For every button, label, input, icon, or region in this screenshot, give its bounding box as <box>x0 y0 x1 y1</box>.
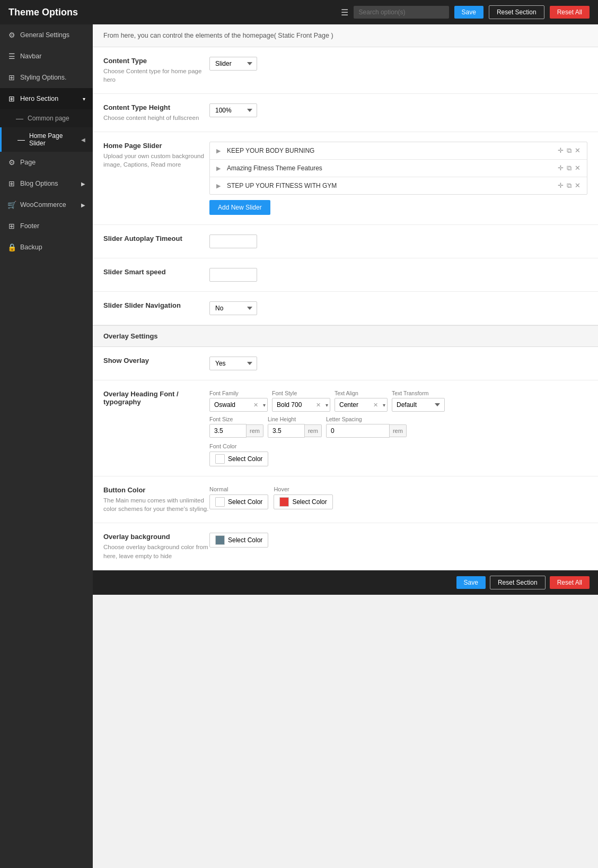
font-color-label: Font Color <box>209 443 587 449</box>
slider-navigation-select[interactable]: No Yes <box>209 301 257 315</box>
sidebar-item-styling-options[interactable]: ⊞ Styling Options. <box>0 67 93 88</box>
header-save-button[interactable]: Save <box>454 6 483 19</box>
normal-color-swatch <box>215 497 225 507</box>
slider-autoplay-label-col: Slider Autoplay Timeout <box>103 235 209 245</box>
font-family-clear-icon[interactable]: ✕ <box>253 402 258 409</box>
slider-delete-icon-2[interactable]: ✕ <box>575 181 581 190</box>
footer-save-button[interactable]: Save <box>456 576 486 589</box>
arrow-icon: ◀ <box>81 137 85 143</box>
button-color-desc: The Main menu comes with unlimited color… <box>103 496 209 513</box>
footer-icon: ⊞ <box>7 222 16 230</box>
slider-item-2: ▶ STEP UP YOUR FITNESS WITH GYM ✛ ⧉ ✕ <box>210 177 587 194</box>
sidebar-item-blog-options[interactable]: ⊞ Blog Options ▶ <box>0 173 93 194</box>
show-overlay-select[interactable]: Yes No <box>209 357 257 370</box>
add-new-slider-button[interactable]: Add New Slider <box>209 200 270 215</box>
menu-icon[interactable]: ☰ <box>341 7 348 18</box>
sidebar-item-page[interactable]: ⚙ Page <box>0 152 93 173</box>
letter-spacing-input-wrapper: rem <box>326 424 407 438</box>
line-height-input[interactable] <box>268 424 305 438</box>
sidebar-item-label: Backup <box>20 244 42 251</box>
slider-smart-speed-input[interactable]: 7000 <box>209 268 257 282</box>
line-height-input-wrapper: rem <box>268 424 322 438</box>
page-icon: ⚙ <box>7 158 16 167</box>
header-reset-section-button[interactable]: Reset Section <box>489 5 544 19</box>
overlay-background-select-label: Select Color <box>228 536 262 544</box>
woo-icon: 🛒 <box>7 201 16 209</box>
slider-copy-icon[interactable]: ⧉ <box>567 146 571 155</box>
normal-label: Normal <box>209 486 268 492</box>
text-transform-select[interactable]: Default Uppercase <box>392 398 445 412</box>
show-overlay-label-col: Show Overlay <box>103 357 209 367</box>
blog-chevron-icon: ▶ <box>81 181 85 187</box>
sidebar-sub-item-home-page-slider[interactable]: — Home Page Slider ◀ <box>0 127 93 152</box>
font-color-wrapper: Font Color Select Color <box>209 443 587 466</box>
sidebar-sub-item-common-page[interactable]: — Common page <box>0 109 93 127</box>
slider-navigation-field: Slider Slider Navigation No Yes <box>93 292 598 325</box>
sidebar-item-hero-section[interactable]: ⊞ Hero Section ▾ <box>0 88 93 109</box>
letter-spacing-input[interactable] <box>326 424 390 438</box>
hover-color-button[interactable]: Select Color <box>274 494 332 509</box>
overlay-settings-heading: Overlay Settings <box>93 325 598 347</box>
button-color-label: Button Color <box>103 486 209 494</box>
content-type-height-field: Content Type Height Choose content heigh… <box>93 94 598 132</box>
text-transform-group: Text Transform Default Uppercase <box>392 390 445 412</box>
line-height-group: Line Height rem <box>268 416 322 438</box>
sidebar-item-navbar[interactable]: ☰ Navbar <box>0 46 93 67</box>
button-color-field: Button Color The Main menu comes with un… <box>93 476 598 523</box>
typo-row-1: Font Family Oswald ✕ ▾ Font Style <box>209 390 587 412</box>
home-page-slider-label-col: Home Page Slider Upload your own custom … <box>103 142 209 169</box>
text-align-label: Text Align <box>335 390 388 396</box>
line-height-unit: rem <box>305 424 322 437</box>
header-reset-all-button[interactable]: Reset All <box>550 6 590 19</box>
text-align-group: Text Align Center Left Right ✕ ▾ <box>335 390 388 412</box>
text-align-select[interactable]: Center Left Right <box>335 398 388 412</box>
footer-reset-all-button[interactable]: Reset All <box>550 576 590 589</box>
slider-delete-icon-1[interactable]: ✕ <box>575 164 581 172</box>
normal-color-button[interactable]: Select Color <box>209 494 268 509</box>
slider-autoplay-label: Slider Autoplay Timeout <box>103 235 209 242</box>
show-overlay-field: Show Overlay Yes No <box>93 347 598 380</box>
overlay-heading-text: Overlay Settings <box>103 332 158 340</box>
sidebar-item-woocommerce[interactable]: 🛒 WooCommerce ▶ <box>0 194 93 215</box>
slider-copy-icon-1[interactable]: ⧉ <box>567 164 571 172</box>
slider-navigation-label-col: Slider Slider Navigation <box>103 301 209 311</box>
slider-autoplay-control: 7000 <box>209 235 587 248</box>
app-title: Theme Options <box>8 7 336 18</box>
slider-autoplay-input[interactable]: 7000 <box>209 235 257 248</box>
font-color-button[interactable]: Select Color <box>209 452 268 466</box>
slider-chevron-icon-2: ▶ <box>216 183 221 189</box>
search-input[interactable] <box>354 6 449 19</box>
sidebar-item-backup[interactable]: 🔒 Backup <box>0 237 93 258</box>
slider-move-icon-2[interactable]: ✛ <box>558 181 564 190</box>
dash-icon: — <box>16 114 23 123</box>
home-page-slider-label: Home Page Slider <box>103 142 209 150</box>
overlay-background-label-col: Overlay background Choose overlay backgr… <box>103 533 209 560</box>
letter-spacing-group: Letter Spacing rem <box>326 416 407 438</box>
letter-spacing-unit: rem <box>390 424 407 437</box>
slider-move-icon[interactable]: ✛ <box>558 146 564 155</box>
home-page-slider-desc: Upload your own custom background image,… <box>103 152 209 169</box>
sidebar-item-footer[interactable]: ⊞ Footer <box>0 215 93 237</box>
content-type-height-select[interactable]: 100% 80% 60% <box>209 103 257 117</box>
sidebar-item-general-settings[interactable]: ⚙ General Settings <box>0 24 93 46</box>
font-style-select[interactable]: Bold 700 <box>272 398 330 412</box>
slider-move-icon-1[interactable]: ✛ <box>558 164 564 172</box>
main-layout: ⚙ General Settings ☰ Navbar ⊞ Styling Op… <box>0 24 598 868</box>
slider-list: ▶ KEEP YOUR BODY BURNING ✛ ⧉ ✕ ▶ Amazing… <box>209 142 587 195</box>
home-page-slider-field: Home Page Slider Upload your own custom … <box>93 132 598 225</box>
overlay-background-desc: Choose overlay background color from her… <box>103 543 209 560</box>
sidebar-item-label: Hero Section <box>20 95 58 102</box>
font-style-clear-icon[interactable]: ✕ <box>316 402 321 409</box>
slider-item-actions-2: ✛ ⧉ ✕ <box>558 181 581 190</box>
overlay-background-button[interactable]: Select Color <box>209 533 268 548</box>
slider-delete-icon[interactable]: ✕ <box>575 146 581 155</box>
text-align-clear-icon[interactable]: ✕ <box>373 402 378 409</box>
slider-navigation-control: No Yes <box>209 301 587 315</box>
content-type-select[interactable]: Slider Video Image <box>209 57 257 71</box>
font-family-select[interactable]: Oswald <box>209 398 268 412</box>
sidebar-item-label: Navbar <box>20 53 41 60</box>
slider-copy-icon-2[interactable]: ⧉ <box>567 181 571 190</box>
content-type-height-label: Content Type Height <box>103 103 209 111</box>
font-size-input[interactable] <box>209 424 247 438</box>
footer-reset-section-button[interactable]: Reset Section <box>490 576 546 589</box>
